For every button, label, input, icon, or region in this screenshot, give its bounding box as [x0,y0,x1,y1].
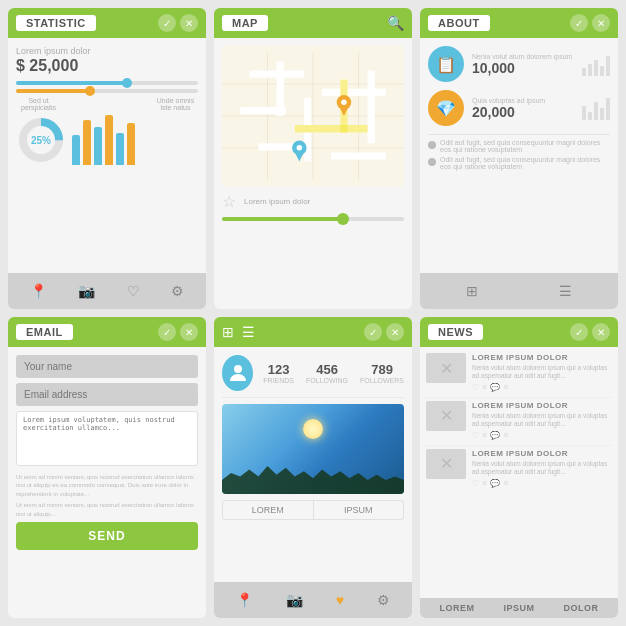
news-widget: NEWS ✓ ✕ LOREM IPSUM DOLOR Nenia volut a… [420,317,618,618]
news-header-icons: ✓ ✕ [570,323,610,341]
profile-tabs: LOREM IPSUM [222,500,404,520]
bar-6 [127,123,135,165]
social-header-icons: ✓ ✕ [364,323,404,341]
social-check-icon[interactable]: ✓ [364,323,382,341]
news-meta-comment-count-2: 0 [504,432,507,438]
social-footer-heart[interactable]: ♥ [336,592,344,608]
news-close-icon[interactable]: ✕ [592,323,610,341]
news-meta-comment-2: 💬 [490,431,500,440]
statistic-close-icon[interactable]: ✕ [180,14,198,32]
stat-charts: 25% [16,115,198,165]
about-item-1: 📋 Nenia volut atum dolorem ipsum 10,000 [428,46,610,82]
about-check-icon[interactable]: ✓ [570,14,588,32]
about-number-2: 20,000 [472,104,574,120]
news-meta-count-1: 0 [483,384,486,390]
statistic-check-icon[interactable]: ✓ [158,14,176,32]
blue-slider-track[interactable] [16,81,198,85]
statistic-footer: 📍 📷 ♡ ⚙ [8,273,206,309]
news-body-1: Nenia volut atum dolorem ipsum qui a vol… [472,364,612,381]
social-close-icon[interactable]: ✕ [386,323,404,341]
profile-image [222,404,404,494]
news-title-3: LOREM IPSUM DOLOR [472,449,612,458]
news-title-2: LOREM IPSUM DOLOR [472,401,612,410]
social-footer-gear[interactable]: ⚙ [377,592,390,608]
news-divider-2 [426,445,612,446]
svg-rect-10 [322,89,386,96]
blue-slider-thumb [122,78,132,88]
footer-camera-icon[interactable]: 📷 [78,283,95,299]
news-body-3: Nenia volut atum dolorem ipsum qui a vol… [472,460,612,477]
news-meta-heart-1: ♡ [472,383,479,392]
profile-avatar [222,355,253,391]
social-list-icon[interactable]: ☰ [242,324,255,340]
news-meta-comment-count-3: 0 [504,480,507,486]
news-item-3: LOREM IPSUM DOLOR Nenia volut atum dolor… [426,449,612,488]
mini-bar [600,66,604,76]
about-header: ABOUT ✓ ✕ [420,8,618,38]
news-meta-comment-3: 💬 [490,479,500,488]
news-footer-btn-1[interactable]: LOREM [439,603,474,613]
footer-location-icon[interactable]: 📍 [30,283,47,299]
message-textarea[interactable] [16,411,198,466]
mini-bar [606,56,610,76]
email-close-icon[interactable]: ✕ [180,323,198,341]
about-list-item-2: Odit aut fugit, sed quia consequuntur ma… [428,156,610,170]
statistic-widget: STATISTIC ✓ ✕ Lorem ipsum dolor $ 25,000… [8,8,206,309]
about-bars-2 [582,96,610,120]
stat-amount: $ 25,000 [16,57,198,75]
friends-label: FOLLOWERS [360,377,404,384]
map-header: MAP 🔍 [214,8,412,38]
social-grid-icon[interactable]: ⊞ [222,324,234,340]
email-body: Ut enim ad minim veniam, quis nostrud ex… [8,347,206,618]
about-bars-1 [582,52,610,76]
map-search-icon[interactable]: 🔍 [387,15,404,31]
map-view[interactable] [222,46,404,186]
email-small-text: Ut enim ad minim veniam, quis nostrud ex… [16,473,198,498]
profile-tab-lorem[interactable]: LOREM [223,501,314,519]
bar-4 [105,115,113,165]
social-footer-location[interactable]: 📍 [236,592,253,608]
profile-stat-followers: 123 FRIENDS [263,362,294,384]
news-footer-btn-3[interactable]: DOLOR [563,603,598,613]
about-close-icon[interactable]: ✕ [592,14,610,32]
social-footer: 📍 📷 ♥ ⚙ [214,582,412,618]
mini-bar [606,98,610,120]
statistic-body: Lorem ipsum dolor $ 25,000 Sed ut perspi… [8,38,206,273]
send-button[interactable]: SEND [16,522,198,550]
news-meta-2: ♡ 0 💬 0 [472,431,612,440]
stat-lorem: Lorem ipsum dolor [16,46,198,56]
following-count: 456 [306,362,348,377]
svg-rect-13 [258,143,294,150]
blue-slider-fill [16,81,125,85]
news-meta-heart-2: ♡ [472,431,479,440]
news-check-icon[interactable]: ✓ [570,323,588,341]
email-input[interactable] [16,383,198,406]
orange-slider-track[interactable] [16,89,198,93]
email-header-icons: ✓ ✕ [158,323,198,341]
stat-label-1: Sed ut perspiciatis [16,97,61,111]
about-small-2: Quia voluptas ad ipsum [472,97,574,104]
profile-stat-following: 456 FOLLOWING [306,362,348,384]
map-slider[interactable] [222,217,404,221]
map-svg [222,46,404,186]
social-header-nav: ⊞ ☰ [222,324,255,340]
about-widget: ABOUT ✓ ✕ 📋 Nenia volut atum dolorem ips… [420,8,618,309]
map-slider-thumb [337,213,349,225]
name-input[interactable] [16,355,198,378]
email-widget: EMAIL ✓ ✕ Ut enim ad minim veniam, quis … [8,317,206,618]
footer-heart-icon[interactable]: ♡ [127,283,140,299]
about-grid-icon[interactable]: ⊞ [466,283,478,299]
social-footer-camera[interactable]: 📷 [286,592,303,608]
news-item-1: LOREM IPSUM DOLOR Nenia volut atum dolor… [426,353,612,392]
mini-bar [588,64,592,76]
email-check-icon[interactable]: ✓ [158,323,176,341]
news-footer-btn-2[interactable]: IPSUM [503,603,534,613]
about-icon-clipboard: 📋 [428,46,464,82]
map-star-icon[interactable]: ☆ [222,192,236,211]
social-body: 123 FRIENDS 456 FOLLOWING 789 FOLLOWERS … [214,347,412,582]
news-text-3: LOREM IPSUM DOLOR Nenia volut atum dolor… [472,449,612,488]
about-list-text-1: Odit aut fugit, sed quia consequuntur ma… [440,139,610,153]
profile-tab-ipsum[interactable]: IPSUM [314,501,404,519]
footer-gear-icon[interactable]: ⚙ [171,283,184,299]
about-list-icon[interactable]: ☰ [559,283,572,299]
